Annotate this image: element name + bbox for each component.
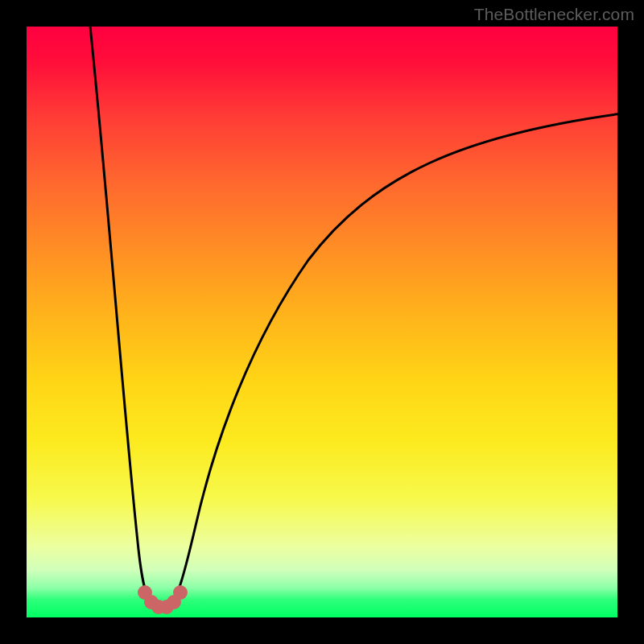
chart-frame [27, 27, 617, 617]
attribution-label: TheBottlenecker.com [474, 5, 634, 24]
heat-gradient-background [27, 27, 617, 617]
